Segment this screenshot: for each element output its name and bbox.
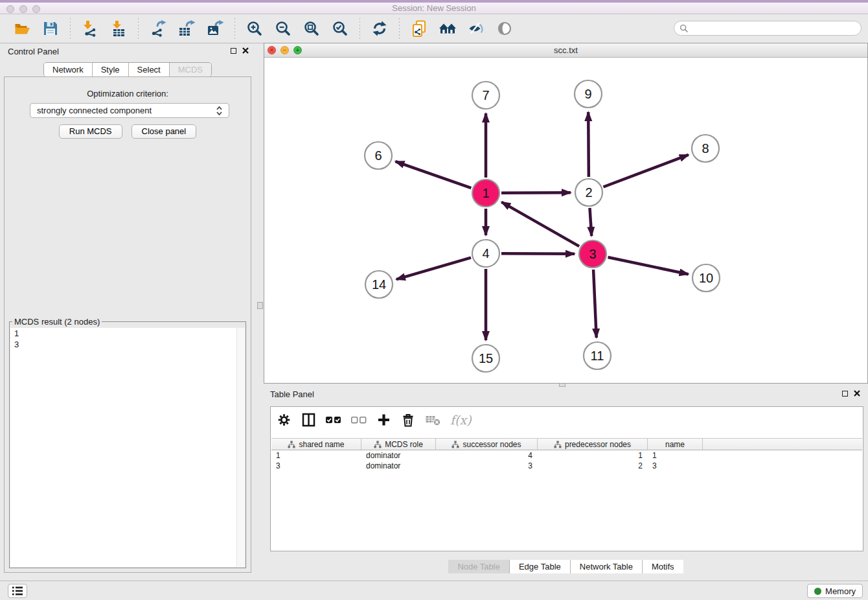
network-node-6[interactable]: 6 bbox=[365, 142, 392, 169]
tab-select[interactable]: Select bbox=[128, 63, 169, 76]
vertical-splitter-handle[interactable] bbox=[257, 302, 263, 309]
delete-table-button bbox=[425, 411, 441, 428]
open-session-button[interactable] bbox=[12, 19, 32, 38]
network-edge-3-11[interactable] bbox=[593, 270, 597, 338]
zoom-out-button[interactable] bbox=[273, 19, 293, 38]
delete-column-button[interactable] bbox=[400, 411, 416, 428]
network-edge-2-9[interactable] bbox=[588, 112, 589, 177]
close-table-panel-button[interactable] bbox=[854, 390, 860, 397]
float-table-panel-button[interactable] bbox=[842, 391, 848, 397]
network-node-2[interactable]: 2 bbox=[575, 179, 602, 206]
control-panel-tabs: NetworkStyleSelectMCDS bbox=[43, 62, 212, 77]
memory-button[interactable]: Memory bbox=[807, 584, 863, 598]
mcds-result-item: 1 bbox=[10, 328, 245, 339]
add-column-button[interactable] bbox=[376, 411, 391, 428]
network-edge-2-3[interactable] bbox=[590, 208, 592, 236]
network-node-15[interactable]: 15 bbox=[472, 345, 499, 372]
zoom-out-icon bbox=[275, 20, 291, 37]
create-function-button: f(x) bbox=[450, 411, 472, 428]
network-edge-3-10[interactable] bbox=[608, 257, 688, 274]
select-all-button[interactable] bbox=[325, 411, 341, 428]
result-scrollbar[interactable] bbox=[236, 328, 245, 567]
network-canvas[interactable]: 7968124314101511 bbox=[264, 58, 867, 383]
network-node-8[interactable]: 8 bbox=[692, 135, 719, 162]
search-field[interactable] bbox=[674, 21, 862, 36]
svg-text:10: 10 bbox=[699, 271, 713, 285]
table-row[interactable]: 1dominator411 bbox=[271, 450, 862, 461]
window-title: Session: New Session bbox=[0, 3, 868, 14]
zoom-selected-button[interactable] bbox=[330, 19, 350, 38]
export-image-button[interactable] bbox=[205, 19, 225, 38]
export-table-icon bbox=[178, 20, 196, 37]
optimization-criterion-select[interactable]: strongly connected component bbox=[30, 103, 229, 118]
network-edge-1-6[interactable] bbox=[395, 161, 471, 188]
network-close-button[interactable]: × bbox=[268, 46, 276, 54]
show-columns-button[interactable] bbox=[301, 411, 316, 428]
clone-network-icon bbox=[411, 20, 428, 38]
close-panel-button[interactable]: Close panel bbox=[131, 124, 197, 139]
network-node-7[interactable]: 7 bbox=[472, 82, 499, 109]
zoom-in-button[interactable] bbox=[245, 19, 264, 38]
column-header-successor-nodes[interactable]: successor nodes bbox=[436, 439, 538, 450]
clone-network-button[interactable] bbox=[409, 19, 429, 38]
network-node-3[interactable]: 3 bbox=[579, 240, 606, 268]
network-maximize-button[interactable]: + bbox=[293, 46, 302, 54]
deselect-all-button[interactable] bbox=[350, 411, 367, 428]
import-table-button[interactable] bbox=[109, 19, 128, 38]
network-node-1[interactable]: 1 bbox=[472, 179, 499, 207]
refresh-view-button[interactable] bbox=[370, 19, 389, 38]
mcds-result-list[interactable]: 13 bbox=[10, 328, 245, 567]
task-history-button[interactable] bbox=[8, 584, 27, 598]
column-header-predecessor-nodes[interactable]: predecessor nodes bbox=[538, 439, 648, 450]
network-node-4[interactable]: 4 bbox=[472, 240, 499, 267]
column-header-name[interactable]: name bbox=[648, 439, 703, 450]
svg-text:9: 9 bbox=[584, 87, 591, 101]
save-session-button[interactable] bbox=[41, 19, 60, 38]
column-header-mcds-role[interactable]: MCDS role bbox=[361, 439, 436, 450]
network-minimize-button[interactable]: − bbox=[280, 46, 289, 54]
toolbar-separator bbox=[70, 18, 71, 39]
tab-network-table[interactable]: Network Table bbox=[570, 560, 642, 573]
network-edge-3-1[interactable] bbox=[501, 202, 579, 246]
main-toolbar bbox=[0, 14, 868, 43]
network-edge-1-2[interactable] bbox=[501, 192, 571, 193]
zoom-fit-content-button[interactable] bbox=[302, 19, 321, 38]
network-window-titlebar[interactable]: scc.txt × − + bbox=[264, 43, 867, 58]
birds-eye-view-button[interactable] bbox=[495, 19, 514, 38]
table-row[interactable]: 3dominator323 bbox=[271, 461, 862, 471]
tab-mcds[interactable]: MCDS bbox=[169, 63, 211, 76]
show-graphics-details-button[interactable] bbox=[466, 19, 486, 38]
network-edge-4-3[interactable] bbox=[501, 253, 575, 254]
table-settings-button[interactable] bbox=[276, 411, 291, 428]
network-graph: 7968124314101511 bbox=[264, 58, 867, 383]
open-folder-icon bbox=[14, 20, 31, 37]
run-mcds-button[interactable]: Run MCDS bbox=[59, 124, 122, 139]
status-bar: Memory bbox=[0, 581, 868, 600]
hierarchy-icon bbox=[451, 441, 459, 448]
network-window-controls: × − + bbox=[268, 46, 302, 54]
export-network-button[interactable] bbox=[148, 19, 168, 38]
tab-style[interactable]: Style bbox=[92, 63, 128, 76]
network-node-10[interactable]: 10 bbox=[692, 264, 720, 292]
close-panel-icon-button[interactable] bbox=[242, 47, 249, 54]
table-cell: 3 bbox=[271, 461, 361, 471]
hierarchy-icon bbox=[288, 441, 295, 448]
tab-edge-table[interactable]: Edge Table bbox=[509, 560, 570, 573]
function-icon: f(x) bbox=[450, 413, 472, 427]
table-cell: 2 bbox=[538, 461, 648, 471]
import-network-button[interactable] bbox=[80, 19, 100, 38]
home-button[interactable] bbox=[438, 19, 457, 38]
column-header-shared-name[interactable]: shared name bbox=[271, 439, 361, 450]
network-node-11[interactable]: 11 bbox=[584, 342, 611, 369]
tab-node-table[interactable]: Node Table bbox=[448, 560, 509, 573]
toolbar-separator bbox=[360, 18, 360, 39]
network-node-9[interactable]: 9 bbox=[575, 80, 602, 108]
export-table-button[interactable] bbox=[177, 19, 196, 38]
search-input[interactable] bbox=[691, 22, 861, 34]
tab-motifs[interactable]: Motifs bbox=[642, 560, 683, 573]
network-node-14[interactable]: 14 bbox=[365, 271, 393, 298]
float-panel-button[interactable] bbox=[231, 48, 236, 54]
network-edge-2-8[interactable] bbox=[603, 155, 688, 187]
network-edge-4-14[interactable] bbox=[396, 258, 471, 279]
tab-network[interactable]: Network bbox=[44, 63, 92, 76]
